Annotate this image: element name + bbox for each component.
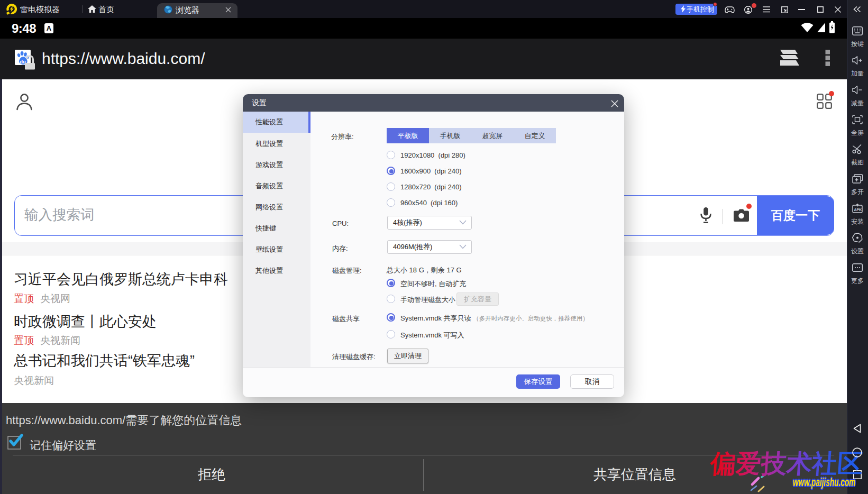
svg-text:APK: APK xyxy=(854,208,862,212)
